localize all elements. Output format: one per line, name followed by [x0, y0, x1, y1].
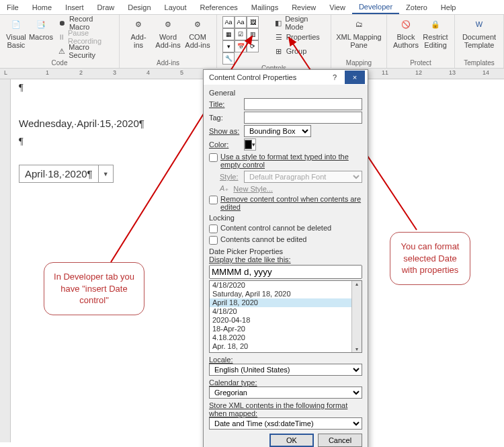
picture-control-button[interactable]: 🖼 [247, 16, 259, 28]
store-icon: ⚙ [161, 17, 175, 32]
date-picker-control-button[interactable]: 📅 [235, 40, 247, 52]
lock-delete-checkbox[interactable] [209, 225, 218, 233]
buildingblock-control-button[interactable]: ▦ [222, 28, 235, 40]
restrict-editing-button[interactable]: 🔒Restrict Editing [421, 16, 450, 50]
addin-icon: ⚙ [131, 17, 146, 32]
color-label: Color: [209, 140, 241, 149]
tab-zotero[interactable]: Zotero [399, 1, 434, 13]
code-icon: 📄 [9, 17, 24, 32]
date-format-field[interactable] [209, 265, 362, 279]
callout-left: In Developer tab you have "insert Date c… [44, 262, 144, 315]
list-item[interactable]: 4.18.2020 [210, 333, 362, 342]
xml-mapping-button[interactable]: 🗂XML Mapping Pane [335, 16, 382, 50]
record-icon: ⏺ [58, 18, 67, 28]
title-field[interactable] [244, 98, 362, 110]
style-label: Style: [220, 173, 241, 181]
tab-design[interactable]: Design [121, 1, 157, 13]
document-body[interactable]: ¶ Wednesday,·April·15,·2020¶ ¶ April·18,… [19, 82, 144, 183]
tab-developer[interactable]: Developer [352, 1, 399, 14]
com-addins-button[interactable]: ⚙COM Add-ins [183, 16, 212, 50]
list-item[interactable]: Apr. 18, 20 [210, 342, 362, 351]
ok-button[interactable]: OK [269, 434, 314, 447]
tab-help[interactable]: Help [434, 1, 463, 13]
tab-home[interactable]: Home [26, 1, 58, 13]
group-mapping-label: Mapping [335, 59, 382, 68]
scroll-down-icon[interactable]: ▾ [355, 346, 358, 352]
chevron-down-icon[interactable]: ▼ [99, 168, 113, 180]
ruler-tick: 3 [113, 69, 116, 76]
checkbox-control-button[interactable]: ☑ [235, 28, 247, 40]
combobox-control-button[interactable]: ▥ [247, 28, 259, 40]
vertical-ruler[interactable] [0, 79, 11, 442]
ruler-origin: L [4, 69, 7, 76]
tab-file[interactable]: File [0, 1, 26, 13]
list-item[interactable]: 2020-04-18 [210, 316, 362, 325]
list-item[interactable]: 4/18/2020 [210, 281, 362, 290]
macros-icon: 📑 [34, 17, 48, 32]
title-label: Title: [209, 100, 241, 108]
design-mode-button[interactable]: ◧Design Mode [271, 16, 327, 30]
group-button[interactable]: ⊞Group [271, 44, 327, 58]
com-icon: ⚙ [190, 17, 205, 32]
color-picker[interactable]: ▾ [244, 138, 256, 151]
list-item[interactable]: 18-Apr-20 [210, 325, 362, 333]
cancel-button[interactable]: Cancel [318, 434, 362, 447]
macro-security-button[interactable]: ⚠Macro Security [55, 44, 115, 58]
showas-label: Show as: [209, 127, 241, 135]
dialog-titlebar[interactable]: Content Control Properties ? × [204, 70, 368, 85]
scroll-up-icon[interactable]: ▴ [355, 281, 358, 287]
use-style-checkbox[interactable] [209, 153, 218, 162]
tab-layout[interactable]: Layout [158, 1, 194, 13]
group-code-label: Code [4, 59, 115, 68]
showas-select[interactable]: Bounding Box [244, 125, 311, 137]
help-button[interactable]: ? [325, 71, 345, 84]
group-templates: WDocument Template Templates [455, 15, 504, 68]
callout-right: You can format selected Date with proper… [390, 232, 470, 285]
tab-review[interactable]: Review [285, 1, 323, 13]
scrollbar[interactable]: ▴▾ [351, 281, 362, 352]
remove-cc-checkbox[interactable] [209, 196, 218, 204]
lock-icon: 🔒 [428, 17, 443, 32]
visual-basic-button[interactable]: 📄 Visual Basic [4, 16, 28, 50]
lock-edit-checkbox[interactable] [209, 236, 218, 245]
list-item[interactable]: April 18, 2020 [210, 298, 362, 307]
plaintext-control-button[interactable]: Aa [235, 16, 247, 28]
pause-icon: ⏸ [58, 32, 65, 42]
group-code: 📄 Visual Basic 📑 Macros ⏺Record Macro ⏸P… [0, 15, 120, 68]
dropdown-control-button[interactable]: ▾ [222, 40, 235, 52]
close-button[interactable]: × [345, 71, 365, 84]
tab-view[interactable]: View [323, 1, 352, 13]
record-macro-button[interactable]: ⏺Record Macro [55, 16, 115, 30]
tab-mailings[interactable]: Mailings [245, 1, 285, 13]
macro-security-label: Macro Security [69, 43, 112, 59]
addins-button[interactable]: ⚙Add- ins [124, 16, 153, 50]
word-addins-button[interactable]: ⚙Word Add-ins [153, 16, 183, 50]
tag-field[interactable] [244, 112, 362, 124]
xml-format-select[interactable]: Date and Time (xsd:dateTime) [209, 417, 362, 430]
legacy-tools-button[interactable]: 🔧 [222, 52, 235, 65]
group-addins: ⚙Add- ins ⚙Word Add-ins ⚙COM Add-ins Add… [120, 15, 217, 68]
richtext-control-button[interactable]: Aa [222, 16, 235, 28]
macros-button[interactable]: 📑 Macros [28, 16, 54, 43]
block-authors-button[interactable]: 🚫Block Authors [391, 16, 421, 50]
date-content-control[interactable]: April·18,·2020¶ ▼ [19, 165, 114, 183]
lock-delete-label: Content control cannot be deleted [220, 224, 331, 232]
tab-insert[interactable]: Insert [58, 1, 91, 13]
tab-draw[interactable]: Draw [91, 1, 122, 13]
use-style-label: Use a style to format text typed into th… [220, 153, 362, 169]
document-template-button[interactable]: WDocument Template [459, 16, 499, 50]
locale-select[interactable]: English (United States) [209, 364, 362, 376]
new-style-label: New Style... [233, 185, 273, 193]
list-item[interactable]: 4/18/20 [210, 307, 362, 316]
date-format-list[interactable]: 4/18/2020 Saturday, April 18, 2020 April… [209, 280, 362, 353]
tab-references[interactable]: References [194, 1, 245, 13]
repeating-control-button[interactable]: ⟳ [247, 40, 259, 52]
paragraph-mark: ¶ [19, 136, 144, 147]
list-item[interactable]: Saturday, April 18, 2020 [210, 290, 362, 298]
group-mapping: 🗂XML Mapping Pane Mapping [331, 15, 387, 68]
calendar-select[interactable]: Gregorian [209, 387, 362, 399]
locale-label: Locale: [209, 356, 362, 364]
properties-button[interactable]: ☰Properties [271, 30, 327, 44]
remove-cc-label: Remove content control when contents are… [220, 195, 362, 211]
style-select: Default Paragraph Font [244, 171, 362, 183]
